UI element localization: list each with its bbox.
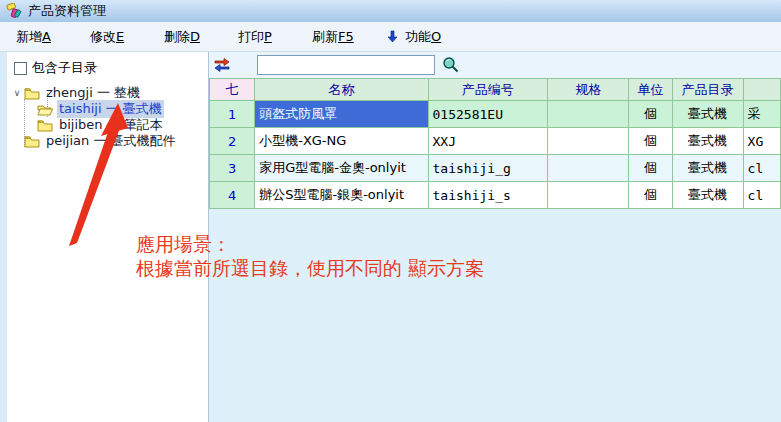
header-name[interactable]: 名称 <box>255 79 428 101</box>
blue-down-arrow-icon <box>386 30 399 43</box>
title-bar: 产品资料管理 <box>0 0 781 22</box>
table-row[interactable]: 1 頭盔式防風罩 0152581EU 個 臺式機 采 <box>210 101 781 128</box>
header-catalog[interactable]: 产品目录 <box>672 79 743 101</box>
header-extra[interactable] <box>743 79 780 101</box>
tree-node-peijian[interactable]: peijian 一 臺式機配件 <box>7 133 208 149</box>
tree-node-zhengji[interactable]: ∨ zhengji 一 整機 <box>7 85 208 101</box>
swap-arrows-icon[interactable] <box>213 57 231 72</box>
add-button[interactable]: 新增A <box>16 28 90 46</box>
annotation-line1: 應用場景： <box>136 232 484 256</box>
folder-icon <box>37 119 53 132</box>
header-product-code[interactable]: 产品编号 <box>428 79 547 101</box>
delete-button[interactable]: 删除D <box>164 28 238 46</box>
table-header-row: 七 名称 产品编号 规格 单位 产品目录 <box>210 79 781 101</box>
product-table: 七 名称 产品编号 规格 单位 产品目录 1 頭盔式防風罩 0152581EU … <box>209 78 781 209</box>
tree-node-taishiji-selected[interactable]: taishiji 一 臺式機 <box>7 101 208 117</box>
include-subdir-label: 包含子目录 <box>32 59 97 77</box>
folder-open-icon <box>37 103 53 116</box>
edit-button[interactable]: 修改E <box>90 28 164 46</box>
refresh-button[interactable]: 刷新F5 <box>312 28 386 46</box>
search-bar <box>209 52 781 78</box>
window-title: 产品资料管理 <box>28 2 106 20</box>
annotation-text: 應用場景： 根據當前所選目錄，使用不同的 顯示方案 <box>136 232 484 280</box>
selected-cell[interactable]: 頭盔式防風罩 <box>255 101 428 128</box>
include-subdir-checkbox-row[interactable]: 包含子目录 <box>14 59 208 77</box>
corner-header-cell[interactable]: 七 <box>210 79 255 101</box>
print-button[interactable]: 打印P <box>238 28 312 46</box>
tree-node-bijiben[interactable]: bijiben 一 筆記本 <box>7 117 208 133</box>
header-unit[interactable]: 单位 <box>629 79 672 101</box>
search-icon[interactable] <box>442 56 459 73</box>
table-row[interactable]: 3 家用G型電腦-金奧-onlyit taishiji_g 個 臺式機 cl <box>210 155 781 182</box>
folder-icon <box>24 87 40 100</box>
expand-chevron-icon[interactable]: ∨ <box>11 88 23 98</box>
function-menu-button[interactable]: 功能O <box>386 28 441 46</box>
annotation-line2: 根據當前所選目錄，使用不同的 顯示方案 <box>136 256 484 280</box>
table-row[interactable]: 2 小型機-XG-NG XXJ 個 臺式機 XG <box>210 128 781 155</box>
table-row[interactable]: 4 辦公S型電腦-銀奧-onlyit taishiji_s 個 臺式機 cl <box>210 182 781 209</box>
header-spec[interactable]: 规格 <box>547 79 628 101</box>
search-input[interactable] <box>257 55 435 75</box>
include-subdir-checkbox[interactable] <box>14 62 27 75</box>
toolbar: 新增A 修改E 删除D 打印P 刷新F5 功能O <box>0 22 781 52</box>
app-icon <box>6 3 24 19</box>
directory-tree: ∨ zhengji 一 整機 taishiji 一 臺式機 <box>7 85 208 149</box>
folder-icon <box>24 135 40 148</box>
